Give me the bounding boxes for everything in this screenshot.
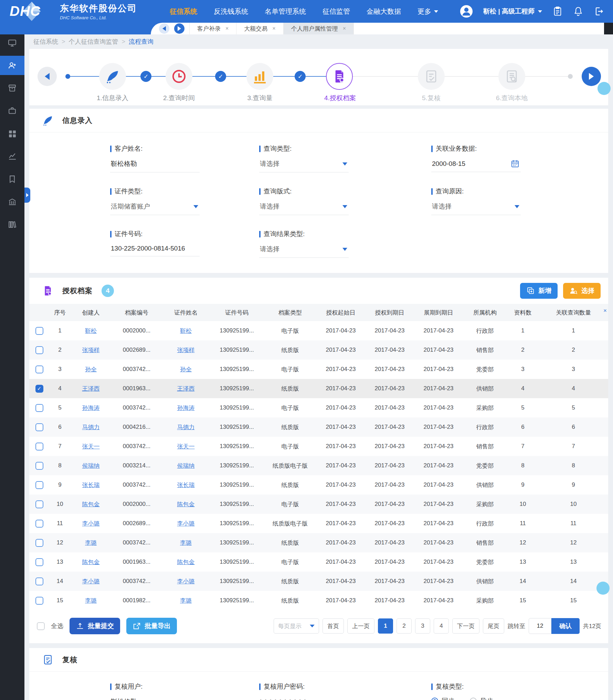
query-type-select[interactable]: 请选择 (259, 155, 349, 172)
step-6-query-local[interactable] (498, 63, 525, 90)
nav-big-data[interactable]: 金融大数据 (367, 7, 401, 16)
breadcrumb-personal-query[interactable]: 个人征信查询监管 (69, 38, 118, 46)
row-checkbox[interactable] (35, 597, 43, 605)
customer-name-input[interactable]: 靳松格勒 (110, 155, 200, 172)
review-user-input[interactable]: 靳松格勒 (110, 692, 200, 700)
cert-type-select[interactable]: 活期储蓄账户 (110, 197, 200, 215)
sidebar-item-briefcase[interactable] (0, 101, 24, 120)
query-reason-select[interactable]: 请选择 (431, 197, 521, 215)
page-1-button[interactable]: 1 (378, 618, 393, 634)
nav-aml-system[interactable]: 反洗钱系统 (214, 7, 248, 16)
query-result-type-select[interactable]: 请选择 (259, 240, 349, 258)
creator-link[interactable]: 侯瑞纳 (82, 463, 100, 469)
sidebar-item-library[interactable] (0, 215, 24, 234)
jump-page-input[interactable]: 12 (529, 618, 551, 634)
creator-link[interactable]: 张长瑞 (82, 482, 100, 488)
creator-link[interactable]: 李璐 (85, 597, 97, 604)
sidebar-item-bank[interactable] (0, 192, 24, 211)
row-checkbox[interactable] (35, 365, 43, 373)
prev-page-button[interactable]: 上一页 (347, 618, 374, 634)
sidebar-expand-handle[interactable] (24, 188, 30, 203)
nav-list-management[interactable]: 名单管理系统 (265, 7, 306, 16)
steps-next-button[interactable] (582, 67, 601, 86)
creator-link[interactable]: 张天一 (82, 443, 100, 450)
creator-link[interactable]: 王泽西 (82, 385, 100, 392)
row-checkbox[interactable] (35, 539, 43, 547)
row-checkbox[interactable] (35, 423, 43, 431)
page-3-button[interactable]: 3 (415, 618, 430, 634)
row-checkbox[interactable] (35, 404, 43, 412)
radio-sync[interactable]: 同步 (431, 697, 455, 700)
cert-name-link[interactable]: 张项样 (177, 347, 195, 353)
row-checkbox[interactable] (35, 327, 43, 335)
cert-name-link[interactable]: 侯瑞纳 (177, 463, 195, 469)
last-page-button[interactable]: 尾页 (483, 618, 504, 634)
query-format-select[interactable]: 请选择 (259, 197, 349, 215)
tab-large-transaction[interactable]: 大额交易× (236, 23, 283, 34)
close-icon[interactable]: × (225, 25, 229, 32)
nav-credit-system[interactable]: 征信系统 (170, 7, 197, 16)
cert-name-link[interactable]: 马德力 (177, 424, 195, 431)
cert-name-link[interactable]: 陈包金 (177, 501, 195, 508)
creator-link[interactable]: 张项样 (82, 347, 100, 353)
related-business-date-input[interactable]: 2000-08-15 (431, 155, 521, 172)
tab-customer-supplement[interactable]: 客户补录× (189, 23, 236, 34)
sidebar-item-apps[interactable] (0, 124, 24, 143)
sidebar-item-person-query[interactable] (0, 56, 24, 75)
logout-icon[interactable] (594, 6, 604, 17)
tabs-scroll-right-button[interactable] (174, 23, 184, 34)
cert-name-link[interactable]: 孙海涛 (177, 405, 195, 411)
batch-export-button[interactable]: 批量导出 (126, 618, 177, 634)
cert-name-link[interactable]: 李璐 (180, 540, 192, 546)
row-checkbox[interactable] (35, 462, 43, 470)
creator-link[interactable]: 李小璐 (82, 578, 100, 585)
radio-async[interactable]: 异步 (470, 697, 493, 700)
cert-name-link[interactable]: 孙全 (180, 366, 192, 373)
page-2-button[interactable]: 2 (397, 618, 412, 634)
step-2-query-time[interactable] (166, 63, 192, 90)
tabs-scroll-left-button[interactable] (159, 23, 169, 34)
creator-link[interactable]: 靳松 (85, 328, 97, 334)
cert-number-input[interactable]: 130-225-2000-0814-5016 (110, 240, 200, 256)
clipboard-icon[interactable] (552, 6, 563, 17)
creator-link[interactable]: 孙海涛 (82, 405, 100, 411)
cert-name-link[interactable]: 张长瑞 (177, 482, 195, 488)
review-password-input[interactable]: •••••••••• (259, 692, 349, 700)
row-checkbox[interactable] (35, 520, 43, 528)
select-all-checkbox[interactable] (37, 622, 45, 630)
add-button[interactable]: 新增 (520, 283, 558, 299)
row-checkbox[interactable] (35, 385, 43, 393)
creator-link[interactable]: 陈包金 (82, 501, 100, 508)
sidebar-item-archive[interactable] (0, 78, 24, 98)
creator-link[interactable]: 陈包金 (82, 559, 100, 565)
creator-link[interactable]: 李小璐 (82, 520, 100, 527)
breadcrumb-credit-system[interactable]: 征信系统 (33, 38, 58, 46)
calendar-icon[interactable] (511, 159, 519, 168)
bell-icon[interactable] (573, 6, 583, 17)
step-4-authorization-archive[interactable] (326, 63, 353, 90)
step-5-review[interactable] (418, 63, 445, 90)
first-page-button[interactable]: 首页 (323, 618, 344, 634)
cert-name-link[interactable]: 李小璐 (177, 520, 195, 527)
user-menu[interactable]: 靳松 | 高级工程师 (483, 7, 542, 16)
creator-link[interactable]: 李璐 (85, 540, 97, 546)
step-3-query-volume[interactable] (246, 63, 273, 90)
per-page-select[interactable]: 每页显示 (274, 618, 319, 634)
cert-name-link[interactable]: 陈包金 (177, 559, 195, 565)
cert-name-link[interactable]: 李小璐 (177, 578, 195, 585)
row-checkbox[interactable] (35, 481, 43, 489)
select-button[interactable]: 选择 (563, 283, 601, 299)
creator-link[interactable]: 孙全 (85, 366, 97, 373)
close-icon[interactable]: × (603, 307, 607, 314)
sidebar-item-bookmark[interactable] (0, 169, 24, 189)
confirm-button[interactable]: 确认 (551, 618, 580, 634)
sidebar-item-monitor[interactable] (0, 33, 24, 52)
row-checkbox[interactable] (35, 558, 43, 566)
batch-submit-button[interactable]: 批量提交 (70, 618, 120, 634)
sidebar-item-analytics[interactable] (0, 147, 24, 166)
creator-link[interactable]: 马德力 (82, 424, 100, 431)
page-4-button[interactable]: 4 (434, 618, 449, 634)
cert-name-link[interactable]: 李璐 (180, 597, 192, 604)
row-checkbox[interactable] (35, 577, 43, 585)
nav-credit-supervision[interactable]: 征信监管 (323, 7, 350, 16)
